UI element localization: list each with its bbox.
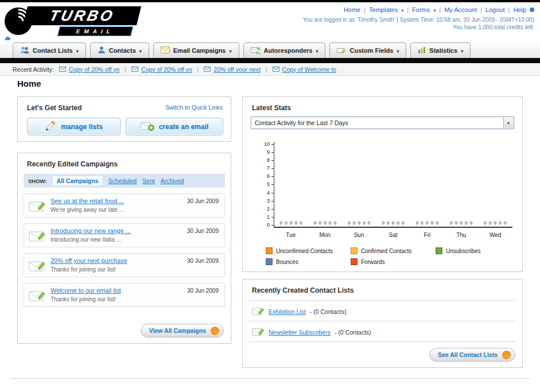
envelope-pencil-icon bbox=[252, 306, 265, 317]
campaign-title-link[interactable]: Welcome to our email list bbox=[50, 287, 121, 294]
get-started-panel: Let's Get Started Switch to Quick Links … bbox=[17, 96, 231, 142]
app-window: TURBO EMAIL Home Templates Forms My Acco… bbox=[0, 0, 540, 392]
nav-tab-label: Custom Fields bbox=[349, 47, 393, 54]
chart-value-group: 0 0 0 0 0 bbox=[343, 220, 376, 226]
top-link-forms[interactable]: Forms bbox=[412, 6, 430, 13]
top-link-templates[interactable]: Templates bbox=[369, 6, 398, 13]
legend-item: Unconfirmed Contacts bbox=[266, 247, 351, 254]
statistics-icon bbox=[418, 46, 426, 55]
chart-plot-area: 0 0 0 0 00 0 0 0 00 0 0 0 00 0 0 0 00 0 … bbox=[274, 142, 512, 228]
credits-info: You have 1,000 total credits left. bbox=[453, 24, 534, 30]
chevron-down-icon bbox=[461, 47, 463, 54]
legend-label: Unconfirmed Contacts bbox=[276, 248, 333, 254]
legend-swatch-icon bbox=[266, 247, 273, 254]
chart-value-group: 0 0 0 0 0 bbox=[410, 220, 444, 226]
filter-sent[interactable]: Sent bbox=[142, 177, 155, 184]
nav-tab-contact-lists[interactable]: Contact Lists bbox=[13, 42, 86, 58]
latest-stats-panel: Latest Stats Contact Activity for the La… bbox=[242, 96, 523, 272]
view-all-campaigns-button[interactable]: View All Campaigns bbox=[141, 324, 224, 337]
chevron-down-icon bbox=[76, 47, 79, 54]
recent-activity-label: Recent Activity: bbox=[13, 66, 54, 73]
chart-value-group: 0 0 0 0 0 bbox=[444, 220, 478, 226]
manage-lists-button[interactable]: manage lists bbox=[27, 118, 121, 135]
recent-activity-link[interactable]: Copy of 20% off yo bbox=[141, 66, 192, 73]
recent-activity-link[interactable]: 20% off your next bbox=[213, 66, 261, 73]
chart-x-labels: TueMonSunSatFriThuWed bbox=[274, 228, 512, 238]
y-tick-label: 9 bbox=[267, 150, 274, 155]
recent-activity-item: Copy of 20% off yo bbox=[59, 66, 120, 73]
separator bbox=[197, 66, 199, 73]
nav-divider-bar bbox=[0, 58, 540, 63]
y-tick-label: 4 bbox=[267, 191, 274, 196]
autoresponders-icon bbox=[251, 46, 261, 55]
top-link-help[interactable]: Help bbox=[513, 6, 526, 13]
see-all-contact-lists-label: See All Contact Lists bbox=[438, 351, 498, 358]
filter-all-campaigns[interactable]: All Campaigns bbox=[53, 176, 103, 185]
envelope-icon bbox=[131, 66, 138, 73]
campaign-title-link[interactable]: Introducing our new range ... bbox=[50, 227, 131, 234]
campaign-date: 30 Jun 2009 bbox=[187, 288, 219, 294]
recent-activity-link[interactable]: Copy of Welcome to bbox=[282, 66, 336, 73]
campaign-row: Welcome to our email list Thanks for joi… bbox=[24, 283, 225, 307]
logo-secondary-text: EMAIL bbox=[76, 28, 115, 34]
arrow-right-icon bbox=[211, 327, 219, 335]
stats-period-select[interactable]: Contact Activity for the Last 7 Days bbox=[251, 117, 514, 129]
manage-lists-label: manage lists bbox=[61, 123, 103, 131]
nav-tab-label: Contacts bbox=[109, 47, 136, 54]
contact-list-link[interactable]: Exhibition List bbox=[269, 308, 306, 315]
filter-archived[interactable]: Archived bbox=[161, 177, 184, 184]
contact-list-row: Newsletter Subscribers - (0 Contacts) bbox=[252, 327, 371, 338]
logo-primary: TURBO bbox=[23, 6, 141, 25]
legend-item: Bounces bbox=[266, 258, 351, 265]
envelope-icon bbox=[204, 66, 211, 73]
campaign-title-link[interactable]: See us at the retail food ... bbox=[50, 197, 124, 204]
separator bbox=[266, 66, 267, 73]
x-tick-label: Mon bbox=[308, 228, 341, 238]
contact-list-count: - (0 Contacts) bbox=[335, 329, 371, 336]
nav-tab-contacts[interactable]: Contacts bbox=[90, 42, 149, 58]
see-all-contact-lists-button[interactable]: See All Contact Lists bbox=[429, 348, 515, 362]
chevron-down-icon bbox=[397, 47, 399, 54]
recent-campaigns-title: Recently Edited Campaigns bbox=[27, 160, 118, 168]
y-tick-label: 1 bbox=[267, 215, 274, 220]
nav-tab-autoresponders[interactable]: Autoresponders bbox=[243, 42, 326, 58]
x-tick-label: Wed bbox=[479, 228, 512, 238]
chart-values-row: 0 0 0 0 00 0 0 0 00 0 0 0 00 0 0 0 00 0 … bbox=[274, 220, 512, 226]
chart-value-group: 0 0 0 0 0 bbox=[274, 220, 308, 226]
legend-item: Unsubscribes bbox=[436, 247, 520, 254]
nav-tab-label: Autoresponders bbox=[264, 47, 313, 54]
y-tick-label: 8 bbox=[267, 158, 274, 163]
switch-quick-links-link[interactable]: Switch to Quick Links bbox=[165, 104, 223, 111]
top-link-logout[interactable]: Logout bbox=[485, 6, 505, 13]
envelope-pencil-icon bbox=[29, 229, 46, 245]
envelope-pencil-icon bbox=[29, 259, 46, 275]
top-link-home[interactable]: Home bbox=[344, 6, 360, 13]
nav-tab-label: Statistics bbox=[429, 47, 457, 54]
contact-list-count: - (0 Contacts) bbox=[310, 308, 347, 315]
recent-activity-link[interactable]: Copy of 20% off yo bbox=[69, 66, 120, 73]
create-email-button[interactable]: create an email bbox=[126, 118, 223, 135]
filter-scheduled[interactable]: Scheduled bbox=[108, 177, 137, 184]
x-tick-label: Thu bbox=[444, 228, 478, 238]
contact-list-link[interactable]: Newsletter Subscribers bbox=[269, 329, 331, 336]
chevron-down-icon bbox=[316, 47, 318, 54]
envelope-icon bbox=[273, 66, 279, 73]
y-tick-label: 5 bbox=[267, 182, 274, 187]
campaign-title-link[interactable]: 20% off your next purchase bbox=[50, 257, 127, 264]
y-tick-label: 6 bbox=[267, 174, 274, 179]
y-tick-label: 0 bbox=[267, 223, 274, 228]
nav-tab-statistics[interactable]: Statistics bbox=[410, 42, 471, 58]
campaign-subtitle: Thanks for joining our list! bbox=[50, 266, 116, 273]
nav-tab-label: Email Campaigns bbox=[173, 47, 226, 54]
campaign-subtitle: Thanks for joining our list! bbox=[50, 296, 116, 302]
recent-activity-item: 20% off your next bbox=[204, 66, 261, 73]
logo-secondary: EMAIL bbox=[57, 26, 133, 36]
stats-period-value: Contact Activity for the Last 7 Days bbox=[255, 119, 348, 126]
nav-tab-custom-fields[interactable]: Custom Fields bbox=[329, 42, 406, 58]
recent-campaigns-panel: Recently Edited Campaigns SHOW: All Camp… bbox=[17, 153, 231, 344]
top-link-my-account[interactable]: My Account bbox=[444, 6, 477, 13]
nav-tab-email-campaigns[interactable]: Email Campaigns bbox=[153, 42, 239, 58]
chart-value-group: 0 0 0 0 0 bbox=[479, 220, 512, 226]
recent-contact-lists-title: Recently Created Contact Lists bbox=[252, 286, 353, 294]
x-tick-label: Sat bbox=[376, 228, 410, 238]
